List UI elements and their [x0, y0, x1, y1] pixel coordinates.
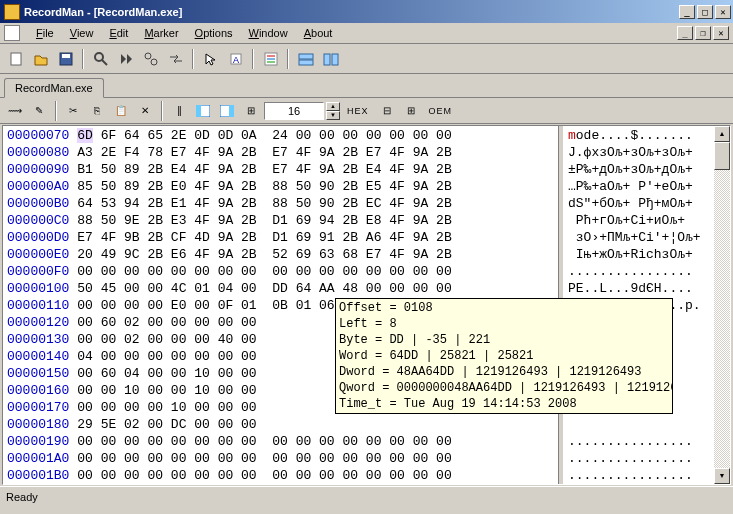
tab-bar: RecordMan.exe: [0, 74, 733, 98]
tooltip-dword: Dword = 48AA64DD | 1219126493 | 12191264…: [339, 365, 641, 379]
info-button[interactable]: A: [224, 48, 247, 70]
hex-mode-label[interactable]: HEX: [342, 106, 374, 116]
svg-point-5: [145, 53, 151, 59]
close-button[interactable]: ✕: [715, 5, 731, 19]
toolbar-separator: [82, 49, 84, 69]
tile-horizontal-button[interactable]: [294, 48, 317, 70]
tooltip-qword: Qword = 0000000048AA64DD | 1219126493 | …: [339, 381, 673, 395]
mdi-close-button[interactable]: ✕: [713, 26, 729, 40]
svg-point-6: [151, 59, 157, 65]
menu-file[interactable]: File: [28, 25, 62, 41]
tooltip-word: Word = 64DD | 25821 | 25821: [339, 349, 533, 363]
menu-window[interactable]: Window: [241, 25, 296, 41]
edit-mode-button[interactable]: ✎: [28, 101, 50, 121]
tile-vertical-button[interactable]: [319, 48, 342, 70]
menu-view[interactable]: View: [62, 25, 102, 41]
status-text: Ready: [6, 491, 38, 503]
menu-marker[interactable]: Marker: [136, 25, 186, 41]
cut-button[interactable]: ✂: [62, 101, 84, 121]
link-button[interactable]: ⟿: [4, 101, 26, 121]
window-title: RecordMan - [RecordMan.exe]: [24, 6, 182, 18]
app-icon: [4, 4, 20, 20]
scroll-down-button[interactable]: ▼: [714, 468, 730, 484]
toolbar-separator: [287, 49, 289, 69]
find-next-button[interactable]: [114, 48, 137, 70]
svg-rect-20: [229, 105, 234, 117]
new-button[interactable]: [4, 48, 27, 70]
svg-point-3: [95, 53, 103, 61]
mode-toggle-button[interactable]: ⊟: [376, 101, 398, 121]
paste-button[interactable]: 📋: [110, 101, 132, 121]
menu-options[interactable]: Options: [187, 25, 241, 41]
tooltip-left: Left = 8: [339, 317, 397, 331]
mdi-system-icon[interactable]: [4, 25, 20, 41]
find-multiple-button[interactable]: [139, 48, 162, 70]
delete-button[interactable]: ✕: [134, 101, 156, 121]
svg-rect-14: [299, 60, 313, 65]
status-bar: Ready: [0, 486, 733, 506]
toolbar-separator: [55, 101, 57, 121]
maximize-button[interactable]: □: [697, 5, 713, 19]
svg-rect-2: [62, 54, 70, 58]
vertical-scrollbar[interactable]: ▲ ▼: [714, 126, 730, 484]
minimize-button[interactable]: _: [679, 5, 695, 19]
scroll-thumb[interactable]: [714, 142, 730, 170]
tooltip-offset: Offset = 0108: [339, 301, 433, 315]
hex-editor-area: 00000070 6D 6F 64 65 2E 0D 0D 0A 24 00 0…: [2, 125, 731, 485]
replace-button[interactable]: [164, 48, 187, 70]
svg-rect-15: [324, 54, 330, 65]
panel-left-button[interactable]: [192, 101, 214, 121]
copy-button[interactable]: ⎘: [86, 101, 108, 121]
tooltip-time: Time_t = Tue Aug 19 14:14:53 2008: [339, 397, 577, 411]
options-button[interactable]: [259, 48, 282, 70]
cursor-tool-button[interactable]: [199, 48, 222, 70]
mdi-restore-button[interactable]: ❐: [695, 26, 711, 40]
grid-view-button[interactable]: ⊞: [240, 101, 262, 121]
inspector-tooltip: Offset = 0108 Left = 8 Byte = DD | -35 |…: [335, 298, 673, 414]
find-button[interactable]: [89, 48, 112, 70]
bar-view-button[interactable]: ‖: [168, 101, 190, 121]
oem-mode-label[interactable]: OEM: [424, 106, 458, 116]
svg-rect-18: [196, 105, 201, 117]
svg-rect-0: [11, 53, 21, 65]
file-tab[interactable]: RecordMan.exe: [4, 78, 104, 98]
tooltip-byte: Byte = DD | -35 | 221: [339, 333, 490, 347]
svg-rect-13: [299, 54, 313, 59]
svg-text:A: A: [232, 55, 238, 65]
mdi-minimize-button[interactable]: _: [677, 26, 693, 40]
char-grid-button[interactable]: ⊞: [400, 101, 422, 121]
column-count-input[interactable]: [264, 102, 324, 120]
menu-edit[interactable]: Edit: [101, 25, 136, 41]
main-toolbar: A: [0, 44, 733, 74]
svg-rect-16: [332, 54, 338, 65]
title-bar: RecordMan - [RecordMan.exe] _ □ ✕: [0, 0, 733, 23]
scroll-track[interactable]: [714, 170, 730, 468]
open-button[interactable]: [29, 48, 52, 70]
panel-right-button[interactable]: [216, 101, 238, 121]
svg-line-4: [102, 60, 107, 65]
toolbar-separator: [192, 49, 194, 69]
sub-toolbar: ⟿ ✎ ✂ ⎘ 📋 ✕ ‖ ⊞ ▲▼ HEX ⊟ ⊞ OEM: [0, 98, 733, 124]
menu-bar: File View Edit Marker Options Window Abo…: [0, 23, 733, 44]
save-button[interactable]: [54, 48, 77, 70]
toolbar-separator: [161, 101, 163, 121]
toolbar-separator: [252, 49, 254, 69]
menu-about[interactable]: About: [296, 25, 341, 41]
column-spinner[interactable]: ▲▼: [326, 102, 340, 120]
scroll-up-button[interactable]: ▲: [714, 126, 730, 142]
